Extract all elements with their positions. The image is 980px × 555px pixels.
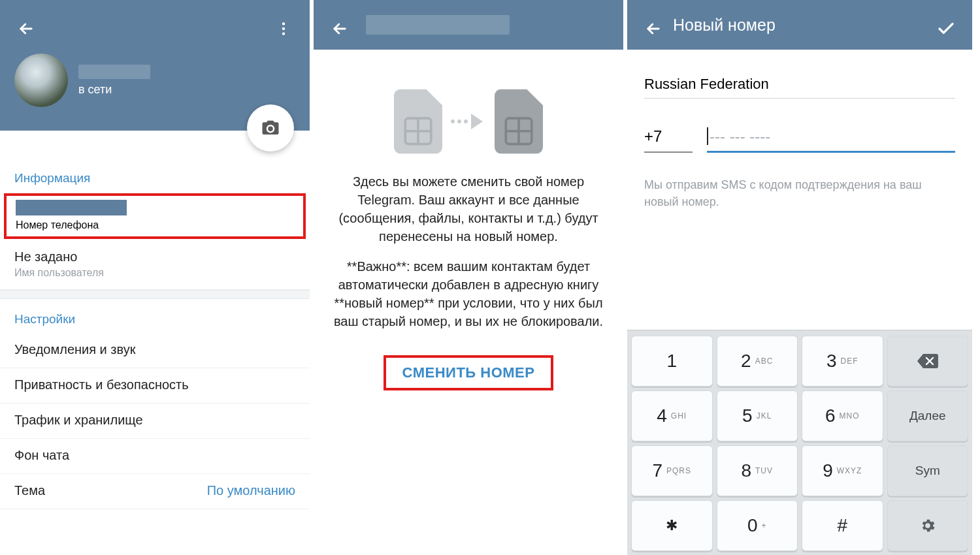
svg-point-7 (457, 119, 461, 123)
data-label: Трафик и хранилище (14, 413, 295, 428)
key-6[interactable]: 6MNO (802, 390, 883, 441)
privacy-row[interactable]: Приватность и безопасность (0, 368, 310, 404)
key-4[interactable]: 4GHI (631, 390, 713, 441)
change-number-info-screen: Здесь вы можете сменить свой номер Teleg… (314, 0, 627, 555)
settings-section-label: Настройки (0, 299, 310, 333)
data-row[interactable]: Трафик и хранилище (0, 404, 310, 439)
svg-point-6 (451, 119, 455, 123)
overflow-menu-icon[interactable] (268, 13, 299, 44)
username-label: Имя пользователя (14, 267, 295, 279)
key-sym[interactable]: Sym (887, 445, 969, 496)
key-5[interactable]: 5JKL (717, 390, 798, 441)
page-title: Новый номер (673, 16, 776, 35)
paragraph-2: **Важно**: всем вашим контактам будет ав… (325, 257, 612, 330)
username-row[interactable]: Не задано Имя пользователя (0, 240, 310, 290)
svg-point-0 (282, 22, 285, 25)
key-3[interactable]: 3DEF (802, 336, 883, 387)
sim-transfer-illustration (314, 89, 623, 154)
svg-point-1 (282, 27, 285, 30)
background-row[interactable]: Фон чата (0, 439, 310, 474)
key-8[interactable]: 8TUV (717, 445, 798, 496)
header (314, 0, 623, 50)
key-0[interactable]: 0+ (717, 500, 798, 551)
phone-row[interactable]: Номер телефона (16, 200, 294, 231)
theme-value: По умолчанию (207, 483, 295, 498)
title-redacted (366, 15, 510, 35)
header: Новый номер (627, 0, 972, 50)
key-next[interactable]: Далее (887, 390, 969, 441)
new-number-screen: Новый номер Russian Federation +7 --- --… (627, 0, 972, 555)
section-divider (0, 290, 310, 299)
sim-old-icon (394, 89, 442, 154)
paragraph-1: Здесь вы можете сменить свой номер Teleg… (325, 172, 612, 246)
online-status: в сети (78, 83, 150, 97)
svg-point-2 (282, 32, 285, 35)
key-settings[interactable] (887, 500, 969, 551)
key-2[interactable]: 2ABC (717, 336, 798, 387)
theme-row[interactable]: Тема По умолчанию (0, 474, 310, 509)
phone-row-highlight: Номер телефона (4, 193, 306, 239)
key-hash[interactable]: # (802, 500, 883, 551)
profile-name-redacted (78, 65, 150, 79)
phone-placeholder: --- --- ---- (707, 127, 770, 145)
confirm-icon[interactable] (930, 13, 962, 44)
key-star[interactable]: ✱ (631, 500, 713, 551)
username-value: Не задано (14, 249, 295, 264)
notifications-label: Уведомления и звук (14, 342, 295, 357)
back-icon[interactable] (638, 13, 669, 44)
phone-value-redacted (16, 200, 127, 215)
profile-header: в сети (0, 0, 310, 131)
info-section-label: Информация (0, 158, 310, 192)
settings-profile-screen: в сети Информация Номер телефона Не зада… (0, 0, 314, 555)
back-icon[interactable] (324, 13, 355, 44)
svg-point-8 (464, 119, 468, 123)
country-selector[interactable]: Russian Federation (644, 76, 955, 99)
phone-number-input[interactable]: --- --- ---- (707, 127, 955, 153)
avatar[interactable] (14, 54, 68, 107)
back-icon[interactable] (10, 13, 42, 44)
sms-hint: Мы отправим SMS с кодом подтверждения на… (644, 176, 955, 210)
key-9[interactable]: 9WXYZ (802, 445, 883, 496)
camera-button[interactable] (247, 104, 294, 151)
theme-label: Тема (14, 483, 45, 498)
explanation-text: Здесь вы можете сменить свой номер Teleg… (314, 154, 623, 330)
change-number-button[interactable]: СМЕНИТЬ НОМЕР (402, 364, 535, 381)
arrow-right-icon (449, 108, 488, 135)
country-code-input[interactable]: +7 (644, 127, 693, 153)
change-number-highlight: СМЕНИТЬ НОМЕР (384, 355, 553, 390)
notifications-row[interactable]: Уведомления и звук (0, 333, 310, 368)
numeric-keypad: 1 2ABC 3DEF 4GHI 5JKL 6MNO Далее 7PQRS 8… (627, 330, 972, 555)
background-label: Фон чата (14, 448, 295, 463)
sim-new-icon (495, 89, 543, 154)
key-1[interactable]: 1 (631, 336, 713, 387)
key-backspace[interactable] (887, 336, 969, 387)
key-7[interactable]: 7PQRS (631, 445, 713, 496)
phone-label: Номер телефона (16, 219, 294, 231)
privacy-label: Приватность и безопасность (14, 377, 295, 392)
